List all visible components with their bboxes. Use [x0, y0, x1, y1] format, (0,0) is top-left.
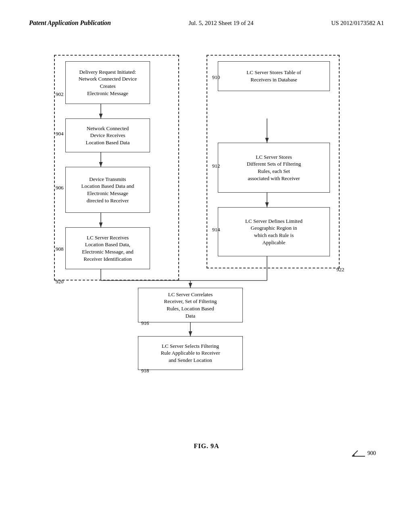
box-906: Device Transmits Location Based Data and…	[65, 167, 150, 213]
publication-title: Patent Application Publication	[29, 19, 111, 27]
ref-912: 912	[212, 163, 220, 169]
box-918: LC Server Selects Filtering Rule Applica…	[138, 336, 243, 370]
ref-910: 910	[212, 74, 220, 81]
box-908: LC Server Receives Location Based Data, …	[65, 227, 150, 269]
box-916: LC Server Correlates Receiver, Set of Fi…	[138, 288, 243, 322]
ref-922: 922	[336, 266, 344, 273]
diagram-area: Delivery Request Initiated: Network Conn…	[29, 43, 384, 426]
ref-906: 906	[56, 185, 64, 191]
figure-label: FIG. 9A	[194, 443, 219, 450]
corner-arrow-icon	[350, 449, 365, 458]
ref-914: 914	[212, 227, 220, 233]
patent-number: US 2012/0173582 A1	[331, 20, 384, 27]
box-914: LC Server Defines Limited Geographic Reg…	[218, 207, 330, 256]
box-904: Network Connected Device Receives Locati…	[65, 118, 150, 152]
box-902: Delivery Request Initiated: Network Conn…	[65, 61, 150, 104]
ref-908: 908	[56, 246, 64, 252]
sheet-info: Jul. 5, 2012 Sheet 19 of 24	[189, 20, 254, 27]
ref-920: 920	[56, 278, 64, 285]
page-header: Patent Application Publication Jul. 5, 2…	[0, 0, 413, 35]
ref-902: 902	[56, 91, 64, 98]
box-912: LC Server Stores Different Sets of Filte…	[218, 143, 330, 193]
ref-916: 916	[141, 320, 149, 326]
corner-ref: 900	[350, 449, 376, 458]
svg-marker-14	[352, 454, 355, 456]
corner-ref-number: 900	[367, 450, 376, 457]
ref-904: 904	[56, 131, 64, 137]
box-910: LC Server Stores Table of Receivers in D…	[218, 61, 330, 91]
ref-918: 918	[141, 368, 149, 374]
